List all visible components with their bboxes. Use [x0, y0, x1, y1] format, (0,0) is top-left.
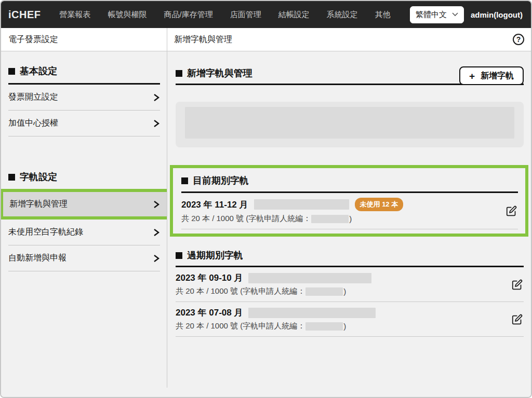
entry-period: 2023 年 11-12 月: [181, 199, 248, 211]
edit-prefix-button[interactable]: [511, 279, 523, 290]
entry-detail-prefix: 共 20 本 / 1000 號 (字軌申請人統編：: [176, 286, 305, 296]
sidebar-section-basic-settings: 基本設定: [1, 51, 167, 83]
edit-prefix-button[interactable]: [511, 313, 523, 325]
section-marker-icon: [8, 68, 15, 75]
nav-checkout-settings[interactable]: 結帳設定: [278, 10, 310, 20]
entry-detail-suffix: ): [343, 287, 346, 296]
section-marker-icon: [181, 177, 188, 184]
redacted-block: [248, 308, 376, 318]
add-prefix-button[interactable]: + 新增字軌: [459, 66, 524, 85]
nav-sales-reports[interactable]: 營業報表: [60, 10, 91, 20]
sidebar-item-invoice-issue-settings[interactable]: 發票開立設定: [8, 85, 160, 111]
language-select[interactable]: 繁體中文: [410, 6, 464, 23]
sidebar-item-add-manage-prefix[interactable]: 新增字軌與管理: [3, 192, 167, 216]
unused-count-badge: 未使用 12 本: [355, 198, 404, 211]
nav-system-settings[interactable]: 系統設定: [327, 10, 358, 20]
section-marker-icon: [176, 70, 182, 77]
prefix-entry-expired: 2023 年 07-08 月 共 20 本 / 1000 號 (字軌申請人統編：…: [176, 302, 524, 337]
edit-prefix-button[interactable]: [506, 205, 517, 217]
chevron-right-icon: [152, 93, 160, 102]
edit-icon: [512, 314, 523, 325]
chevron-down-icon: [452, 12, 458, 17]
edit-icon: [506, 205, 517, 216]
redacted-block: [185, 107, 514, 139]
nav-product-inventory[interactable]: 商品/庫存管理: [164, 10, 213, 20]
redacted-block: [248, 273, 371, 283]
plus-icon: +: [469, 71, 475, 81]
manage-section-title: 新增字軌與管理: [187, 66, 252, 80]
entry-period: 2023 年 09-10 月: [176, 272, 243, 284]
sidebar-section-prefix-settings: 字軌設定: [1, 136, 167, 189]
account-logout-link[interactable]: admin(logout): [471, 10, 523, 19]
entry-detail-suffix: ): [349, 214, 352, 223]
entry-detail-prefix: 共 20 本 / 1000 號 (字軌申請人統編：: [181, 214, 311, 224]
sidebar-item-auto-add-declare[interactable]: 自動新增與申報: [8, 245, 160, 271]
nav-others[interactable]: 其他: [375, 10, 391, 20]
main-content: 新增字軌與管理 + 新增字軌 目前期別字軌: [167, 51, 531, 397]
redacted-info-panel: [176, 102, 524, 147]
sidebar-panel-title: 電子發票設定: [1, 28, 167, 51]
sidebar-item-unused-blank-prefix[interactable]: 未使用空白字軌紀錄: [8, 219, 160, 245]
redacted-block: [305, 287, 343, 296]
ichef-logo: iCHEF: [8, 9, 41, 21]
redacted-block: [254, 199, 349, 210]
language-select-value: 繁體中文: [416, 10, 447, 20]
sub-header: 電子發票設定 新增字軌與管理 ?: [1, 28, 531, 51]
expired-section-header: 過期期別字軌: [176, 248, 524, 267]
help-icon[interactable]: ?: [513, 34, 524, 45]
chevron-right-icon: [152, 254, 160, 263]
app-window: iCHEF 營業報表 帳號與權限 商品/庫存管理 店面管理 結帳設定 系統設定 …: [0, 0, 532, 398]
page-title: 新增字軌與管理: [174, 34, 232, 45]
section-marker-icon: [8, 174, 15, 181]
entry-detail-suffix: ): [343, 322, 346, 331]
highlight-box-sidebar: 新增字軌與管理: [1, 189, 167, 219]
highlight-box-current-period: 目前期別字軌 2023 年 11-12 月 未使用 12 本 共 20 本 / …: [170, 165, 528, 237]
chevron-right-icon: [152, 200, 160, 209]
top-nav-bar: iCHEF 營業報表 帳號與權限 商品/庫存管理 店面管理 結帳設定 系統設定 …: [1, 1, 531, 28]
redacted-block: [305, 322, 343, 331]
redacted-block: [311, 215, 349, 223]
chevron-right-icon: [152, 228, 160, 237]
sidebar-item-value-center-auth[interactable]: 加值中心授權: [8, 111, 160, 136]
prefix-entry-current: 2023 年 11-12 月 未使用 12 本 共 20 本 / 1000 號 …: [181, 193, 518, 229]
nav-accounts-permissions[interactable]: 帳號與權限: [108, 10, 147, 20]
entry-period: 2023 年 07-08 月: [176, 307, 243, 319]
manage-section-header: 新增字軌與管理 + 新增字軌: [176, 66, 524, 85]
nav-store-management[interactable]: 店面管理: [230, 10, 261, 20]
chevron-right-icon: [152, 119, 160, 128]
current-period-section-title: 目前期別字軌: [193, 173, 249, 188]
expired-section-title: 過期期別字軌: [187, 248, 243, 263]
section-marker-icon: [176, 252, 182, 259]
settings-sidebar: 基本設定 發票開立設定 加值中心授權 字軌設定 新增字軌與管理: [1, 51, 167, 397]
prefix-entry-expired: 2023 年 09-10 月 共 20 本 / 1000 號 (字軌申請人統編：…: [176, 267, 524, 302]
edit-icon: [512, 279, 523, 290]
entry-detail-prefix: 共 20 本 / 1000 號 (字軌申請人統編：: [176, 321, 305, 331]
